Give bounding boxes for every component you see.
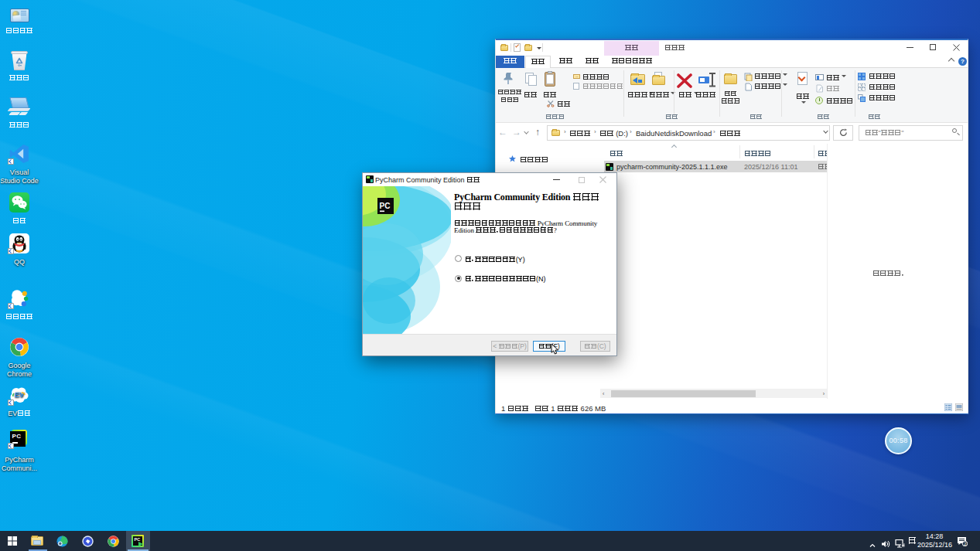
svg-text:PC: PC	[380, 202, 391, 210]
